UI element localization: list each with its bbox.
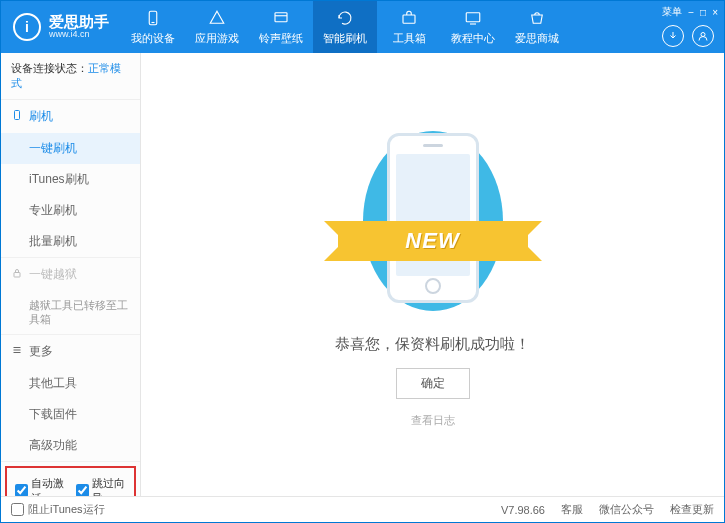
nav-tutorial[interactable]: 教程中心 xyxy=(441,1,505,53)
conn-label: 设备连接状态： xyxy=(11,62,88,74)
brand-name: 爱思助手 xyxy=(49,14,109,31)
svg-rect-5 xyxy=(466,13,480,22)
sidebar-sub-download[interactable]: 下载固件 xyxy=(1,399,140,430)
nav-apps[interactable]: 应用游戏 xyxy=(185,1,249,53)
main-content: NEW 恭喜您，保资料刷机成功啦！ 确定 查看日志 xyxy=(141,53,724,496)
media-icon xyxy=(271,8,291,28)
close-button[interactable]: × xyxy=(712,7,718,18)
nav-label: 教程中心 xyxy=(451,31,495,46)
sidebar-sub-other[interactable]: 其他工具 xyxy=(1,368,140,399)
phone-icon xyxy=(11,109,23,124)
svg-rect-9 xyxy=(14,273,20,278)
block-itunes-input[interactable] xyxy=(11,503,24,516)
success-message: 恭喜您，保资料刷机成功啦！ xyxy=(335,335,530,354)
sidebar-sub-oneclick[interactable]: 一键刷机 xyxy=(1,133,140,164)
connection-status: 设备连接状态：正常模式 xyxy=(1,53,140,100)
sidebar-sub-batch[interactable]: 批量刷机 xyxy=(1,226,140,257)
nav-label: 应用游戏 xyxy=(195,31,239,46)
checkbox-auto-activate[interactable]: 自动激活 xyxy=(15,476,66,496)
nav-flash[interactable]: 智能刷机 xyxy=(313,1,377,53)
checkbox-skip-guide[interactable]: 跳过向导 xyxy=(76,476,127,496)
shop-icon xyxy=(527,8,547,28)
sidebar: 设备连接状态：正常模式 刷机 一键刷机 iTunes刷机 专业刷机 批量刷机 一… xyxy=(1,53,141,496)
account-button[interactable] xyxy=(692,25,714,47)
apps-icon xyxy=(207,8,227,28)
checkbox-label: 阻止iTunes运行 xyxy=(28,502,105,517)
menu-button[interactable]: 菜单 xyxy=(662,5,682,19)
titlebar: i 爱思助手 www.i4.cn 我的设备 应用游戏 铃声壁纸 智能刷机 xyxy=(1,1,724,53)
footer: 阻止iTunes运行 V7.98.66 客服 微信公众号 检查更新 xyxy=(1,496,724,522)
svg-rect-4 xyxy=(403,15,415,23)
minimize-button[interactable]: − xyxy=(688,7,694,18)
sidebar-item-jailbreak: 一键越狱 xyxy=(1,258,140,291)
sidebar-item-label: 刷机 xyxy=(29,108,53,125)
main-nav: 我的设备 应用游戏 铃声壁纸 智能刷机 工具箱 教程中心 xyxy=(121,1,569,53)
version-label: V7.98.66 xyxy=(501,504,545,516)
view-log-link[interactable]: 查看日志 xyxy=(411,413,455,428)
logo-icon: i xyxy=(13,13,41,41)
ok-button[interactable]: 确定 xyxy=(396,368,470,399)
maximize-button[interactable]: □ xyxy=(700,7,706,18)
sidebar-item-label: 一键越狱 xyxy=(29,266,77,283)
check-update-link[interactable]: 检查更新 xyxy=(670,502,714,517)
wechat-link[interactable]: 微信公众号 xyxy=(599,502,654,517)
window-controls: 菜单 − □ × xyxy=(662,5,718,19)
lock-icon xyxy=(11,267,23,282)
sidebar-sub-itunes[interactable]: iTunes刷机 xyxy=(1,164,140,195)
sidebar-item-label: 更多 xyxy=(29,343,53,360)
auto-activate-input[interactable] xyxy=(15,484,28,496)
app-window: i 爱思助手 www.i4.cn 我的设备 应用游戏 铃声壁纸 智能刷机 xyxy=(0,0,725,523)
support-link[interactable]: 客服 xyxy=(561,502,583,517)
skip-guide-input[interactable] xyxy=(76,484,89,496)
new-ribbon: NEW xyxy=(338,221,528,261)
nav-ringtone[interactable]: 铃声壁纸 xyxy=(249,1,313,53)
toolbox-icon xyxy=(399,8,419,28)
svg-rect-2 xyxy=(275,13,287,22)
device-icon xyxy=(143,8,163,28)
sidebar-item-more[interactable]: 更多 xyxy=(1,335,140,368)
brand-block: i 爱思助手 www.i4.cn xyxy=(1,13,121,41)
checkbox-label: 自动激活 xyxy=(31,476,66,496)
list-icon xyxy=(11,344,23,359)
nav-label: 智能刷机 xyxy=(323,31,367,46)
nav-label: 铃声壁纸 xyxy=(259,31,303,46)
body: 设备连接状态：正常模式 刷机 一键刷机 iTunes刷机 专业刷机 批量刷机 一… xyxy=(1,53,724,496)
sidebar-sub-pro[interactable]: 专业刷机 xyxy=(1,195,140,226)
svg-rect-8 xyxy=(15,111,20,120)
download-button[interactable] xyxy=(662,25,684,47)
flash-icon xyxy=(335,8,355,28)
nav-my-device[interactable]: 我的设备 xyxy=(121,1,185,53)
nav-label: 我的设备 xyxy=(131,31,175,46)
nav-label: 爱思商城 xyxy=(515,31,559,46)
block-itunes-checkbox[interactable]: 阻止iTunes运行 xyxy=(11,502,105,517)
tutorial-icon xyxy=(463,8,483,28)
svg-point-7 xyxy=(701,33,705,37)
nav-toolbox[interactable]: 工具箱 xyxy=(377,1,441,53)
nav-shop[interactable]: 爱思商城 xyxy=(505,1,569,53)
jailbreak-note: 越狱工具已转移至工具箱 xyxy=(1,291,140,334)
success-illustration: NEW xyxy=(343,121,523,321)
brand-url: www.i4.cn xyxy=(49,30,109,40)
sidebar-item-flash[interactable]: 刷机 xyxy=(1,100,140,133)
option-checkboxes: 自动激活 跳过向导 xyxy=(5,466,136,496)
sidebar-sub-advanced[interactable]: 高级功能 xyxy=(1,430,140,461)
titlebar-actions xyxy=(662,25,714,47)
nav-label: 工具箱 xyxy=(393,31,426,46)
checkbox-label: 跳过向导 xyxy=(92,476,127,496)
